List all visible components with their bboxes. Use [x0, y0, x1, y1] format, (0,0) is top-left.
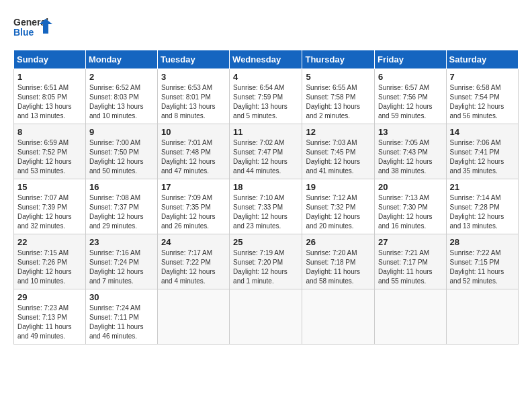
day-info: Sunrise: 7:22 AMSunset: 7:15 PMDaylight:… [450, 249, 504, 285]
calendar-cell: 9 Sunrise: 7:00 AMSunset: 7:50 PMDayligh… [85, 124, 157, 179]
day-number: 7 [450, 72, 515, 82]
day-number: 25 [233, 237, 298, 247]
calendar-cell: 20 Sunrise: 7:13 AMSunset: 7:30 PMDaylig… [375, 179, 447, 234]
day-info: Sunrise: 7:23 AMSunset: 7:13 PMDaylight:… [17, 304, 72, 340]
day-number: 20 [378, 182, 443, 192]
day-info: Sunrise: 7:21 AMSunset: 7:17 PMDaylight:… [378, 249, 433, 285]
day-info: Sunrise: 6:58 AMSunset: 7:54 PMDaylight:… [450, 84, 504, 120]
calendar-cell: 30 Sunrise: 7:24 AMSunset: 7:11 PMDaylig… [85, 289, 157, 345]
day-number: 10 [161, 127, 226, 137]
day-number: 16 [89, 182, 154, 192]
day-info: Sunrise: 7:06 AMSunset: 7:41 PMDaylight:… [450, 139, 504, 175]
calendar-cell: 4 Sunrise: 6:54 AMSunset: 7:59 PMDayligh… [230, 69, 302, 124]
day-number: 13 [378, 127, 443, 137]
calendar-cell: 18 Sunrise: 7:10 AMSunset: 7:33 PMDaylig… [230, 179, 302, 234]
calendar-cell: 10 Sunrise: 7:01 AMSunset: 7:48 PMDaylig… [157, 124, 229, 179]
calendar-table: SundayMondayTuesdayWednesdayThursdayFrid… [13, 50, 519, 345]
col-header-tuesday: Tuesday [157, 50, 229, 69]
calendar-cell: 28 Sunrise: 7:22 AMSunset: 7:15 PMDaylig… [446, 234, 518, 289]
day-info: Sunrise: 7:19 AMSunset: 7:20 PMDaylight:… [233, 249, 287, 285]
day-number: 8 [17, 127, 82, 137]
calendar-cell [375, 289, 447, 345]
day-info: Sunrise: 6:53 AMSunset: 8:01 PMDaylight:… [161, 84, 216, 120]
day-number: 12 [306, 127, 371, 137]
calendar-cell: 7 Sunrise: 6:58 AMSunset: 7:54 PMDayligh… [446, 69, 518, 124]
day-info: Sunrise: 7:00 AMSunset: 7:50 PMDaylight:… [89, 139, 144, 175]
day-info: Sunrise: 7:17 AMSunset: 7:22 PMDaylight:… [161, 249, 216, 285]
calendar-cell: 21 Sunrise: 7:14 AMSunset: 7:28 PMDaylig… [446, 179, 518, 234]
col-header-sunday: Sunday [14, 50, 86, 69]
calendar-cell [157, 289, 229, 345]
day-number: 19 [306, 182, 371, 192]
day-info: Sunrise: 7:20 AMSunset: 7:18 PMDaylight:… [306, 249, 360, 285]
day-info: Sunrise: 7:10 AMSunset: 7:33 PMDaylight:… [233, 194, 287, 230]
day-info: Sunrise: 7:12 AMSunset: 7:32 PMDaylight:… [306, 194, 360, 230]
calendar-cell: 11 Sunrise: 7:02 AMSunset: 7:47 PMDaylig… [230, 124, 302, 179]
day-info: Sunrise: 7:03 AMSunset: 7:45 PMDaylight:… [306, 139, 360, 175]
calendar-cell: 15 Sunrise: 7:07 AMSunset: 7:39 PMDaylig… [14, 179, 86, 234]
calendar-cell: 27 Sunrise: 7:21 AMSunset: 7:17 PMDaylig… [375, 234, 447, 289]
day-info: Sunrise: 7:07 AMSunset: 7:39 PMDaylight:… [17, 194, 72, 230]
calendar-cell: 22 Sunrise: 7:15 AMSunset: 7:26 PMDaylig… [14, 234, 86, 289]
day-number: 9 [89, 127, 154, 137]
calendar-cell [230, 289, 302, 345]
calendar-cell: 19 Sunrise: 7:12 AMSunset: 7:32 PMDaylig… [302, 179, 375, 234]
calendar-cell: 26 Sunrise: 7:20 AMSunset: 7:18 PMDaylig… [302, 234, 375, 289]
day-info: Sunrise: 6:51 AMSunset: 8:05 PMDaylight:… [17, 84, 72, 120]
day-number: 21 [450, 182, 515, 192]
day-number: 26 [306, 237, 371, 247]
day-number: 22 [17, 237, 82, 247]
day-info: Sunrise: 7:13 AMSunset: 7:30 PMDaylight:… [378, 194, 433, 230]
day-number: 29 [17, 292, 82, 302]
calendar-cell: 5 Sunrise: 6:55 AMSunset: 7:58 PMDayligh… [302, 69, 375, 124]
calendar-cell: 29 Sunrise: 7:23 AMSunset: 7:13 PMDaylig… [14, 289, 86, 345]
calendar-cell: 17 Sunrise: 7:09 AMSunset: 7:35 PMDaylig… [157, 179, 229, 234]
day-number: 11 [233, 127, 298, 137]
day-number: 14 [450, 127, 515, 137]
day-number: 18 [233, 182, 298, 192]
day-info: Sunrise: 6:54 AMSunset: 7:59 PMDaylight:… [233, 84, 287, 120]
logo: General Blue [13, 13, 54, 43]
day-info: Sunrise: 6:52 AMSunset: 8:03 PMDaylight:… [89, 84, 144, 120]
day-info: Sunrise: 7:02 AMSunset: 7:47 PMDaylight:… [233, 139, 287, 175]
day-number: 30 [89, 292, 154, 302]
day-info: Sunrise: 7:16 AMSunset: 7:24 PMDaylight:… [89, 249, 144, 285]
day-number: 23 [89, 237, 154, 247]
day-info: Sunrise: 6:59 AMSunset: 7:52 PMDaylight:… [17, 139, 72, 175]
day-number: 27 [378, 237, 443, 247]
calendar-cell: 13 Sunrise: 7:05 AMSunset: 7:43 PMDaylig… [375, 124, 447, 179]
day-info: Sunrise: 7:24 AMSunset: 7:11 PMDaylight:… [89, 304, 144, 340]
calendar-cell: 14 Sunrise: 7:06 AMSunset: 7:41 PMDaylig… [446, 124, 518, 179]
day-number: 6 [378, 72, 443, 82]
calendar-cell [302, 289, 375, 345]
calendar-cell [446, 289, 518, 345]
day-info: Sunrise: 7:01 AMSunset: 7:48 PMDaylight:… [161, 139, 216, 175]
col-header-monday: Monday [85, 50, 157, 69]
calendar-cell: 2 Sunrise: 6:52 AMSunset: 8:03 PMDayligh… [85, 69, 157, 124]
calendar-cell: 12 Sunrise: 7:03 AMSunset: 7:45 PMDaylig… [302, 124, 375, 179]
calendar-cell: 3 Sunrise: 6:53 AMSunset: 8:01 PMDayligh… [157, 69, 229, 124]
day-info: Sunrise: 7:09 AMSunset: 7:35 PMDaylight:… [161, 194, 216, 230]
day-info: Sunrise: 6:57 AMSunset: 7:56 PMDaylight:… [378, 84, 433, 120]
calendar-cell: 8 Sunrise: 6:59 AMSunset: 7:52 PMDayligh… [14, 124, 86, 179]
day-number: 4 [233, 72, 298, 82]
day-number: 2 [89, 72, 154, 82]
day-info: Sunrise: 6:55 AMSunset: 7:58 PMDaylight:… [306, 84, 360, 120]
day-number: 1 [17, 72, 82, 82]
day-number: 3 [161, 72, 226, 82]
day-info: Sunrise: 7:14 AMSunset: 7:28 PMDaylight:… [450, 194, 504, 230]
calendar-cell: 25 Sunrise: 7:19 AMSunset: 7:20 PMDaylig… [230, 234, 302, 289]
col-header-saturday: Saturday [446, 50, 518, 69]
calendar-cell: 1 Sunrise: 6:51 AMSunset: 8:05 PMDayligh… [14, 69, 86, 124]
day-info: Sunrise: 7:08 AMSunset: 7:37 PMDaylight:… [89, 194, 144, 230]
day-number: 17 [161, 182, 226, 192]
day-number: 15 [17, 182, 82, 192]
day-info: Sunrise: 7:15 AMSunset: 7:26 PMDaylight:… [17, 249, 72, 285]
svg-text:Blue: Blue [13, 27, 34, 38]
col-header-friday: Friday [375, 50, 447, 69]
calendar-cell: 16 Sunrise: 7:08 AMSunset: 7:37 PMDaylig… [85, 179, 157, 234]
col-header-wednesday: Wednesday [230, 50, 302, 69]
col-header-thursday: Thursday [302, 50, 375, 69]
calendar-cell: 6 Sunrise: 6:57 AMSunset: 7:56 PMDayligh… [375, 69, 447, 124]
calendar-cell: 24 Sunrise: 7:17 AMSunset: 7:22 PMDaylig… [157, 234, 229, 289]
